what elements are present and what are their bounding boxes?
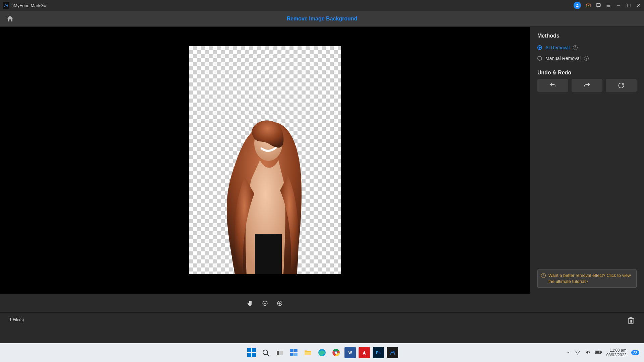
help-icon[interactable]: ? [584, 56, 589, 61]
file-section: 1 File(s) [0, 312, 644, 343]
header-bar: Remove Image Background [0, 11, 644, 27]
home-icon[interactable] [6, 15, 14, 23]
svg-rect-26 [290, 353, 293, 356]
svg-rect-25 [294, 349, 298, 352]
menu-icon[interactable] [606, 3, 611, 8]
taskbar-chrome-icon[interactable] [330, 347, 342, 358]
app-title: iMyFone MarkGo [13, 3, 46, 8]
radio-label: AI Removal [545, 45, 570, 50]
radio-ai-removal[interactable]: AI Removal ? [537, 45, 637, 50]
taskbar-date: 08/02/2022 [606, 353, 627, 357]
taskbar-explorer-icon[interactable] [302, 347, 314, 358]
page-title: Remove Image Background [287, 16, 358, 22]
svg-rect-7 [627, 4, 630, 7]
svg-rect-37 [601, 352, 601, 353]
taskbar-clock[interactable]: 11:03 am 08/02/2022 [606, 348, 627, 358]
radio-label: Manual Removal [545, 56, 581, 61]
undo-redo-heading: Undo & Redo [537, 70, 637, 76]
svg-rect-11 [255, 234, 282, 274]
taskbar-wifi-icon[interactable] [575, 350, 580, 356]
radio-icon [537, 56, 542, 61]
svg-point-20 [263, 350, 268, 355]
taskbar-battery-icon[interactable] [595, 350, 602, 356]
taskbar-start-icon[interactable] [246, 347, 257, 358]
canvas-tools [0, 294, 530, 312]
app-logo-icon [3, 2, 9, 9]
info-icon: ! [541, 273, 546, 278]
side-panel: Methods AI Removal ? Manual Removal ? Un… [530, 27, 644, 294]
taskbar-word-icon[interactable]: W [344, 347, 356, 358]
subject-silhouette [189, 93, 341, 274]
svg-point-33 [577, 354, 578, 354]
taskbar-time: 11:03 am [606, 348, 627, 353]
taskbar-edge-icon[interactable] [316, 347, 328, 358]
help-icon[interactable]: ? [573, 45, 578, 50]
svg-rect-28 [305, 352, 311, 355]
zoom-in-icon[interactable] [276, 300, 283, 307]
taskbar-taskview-icon[interactable] [274, 347, 285, 358]
svg-line-21 [267, 354, 269, 356]
svg-point-32 [335, 352, 337, 354]
methods-heading: Methods [537, 33, 637, 39]
svg-rect-23 [280, 351, 283, 355]
svg-rect-22 [277, 351, 279, 355]
windows-taskbar: W Ps 11:03 am 08/02/2022 23 [0, 343, 644, 362]
svg-rect-27 [294, 353, 298, 356]
tutorial-text: Want a better removal effect? Click to v… [548, 273, 633, 285]
reset-button[interactable] [606, 79, 637, 92]
file-count-label: 1 File(s) [9, 317, 24, 322]
close-icon[interactable] [636, 3, 641, 8]
trash-icon[interactable] [627, 316, 635, 326]
image-preview[interactable] [189, 46, 341, 274]
mail-icon[interactable] [586, 3, 591, 8]
zoom-out-icon[interactable] [262, 300, 268, 307]
hand-tool-icon[interactable] [247, 300, 254, 307]
taskbar-acrobat-icon[interactable] [359, 347, 370, 358]
titlebar: iMyFone MarkGo [0, 0, 644, 11]
canvas-viewport[interactable] [3, 30, 527, 290]
user-account-icon[interactable] [574, 2, 581, 9]
taskbar-chevron-up-icon[interactable] [566, 350, 570, 356]
taskbar-volume-icon[interactable] [585, 350, 590, 356]
undo-button[interactable] [537, 79, 568, 92]
maximize-icon[interactable] [626, 3, 631, 8]
chat-icon[interactable] [596, 3, 601, 8]
redo-button[interactable] [572, 79, 602, 92]
radio-icon [537, 45, 542, 50]
taskbar-markgo-icon[interactable] [387, 347, 398, 358]
taskbar-widgets-icon[interactable] [288, 347, 300, 358]
canvas-area [0, 27, 530, 294]
taskbar-photoshop-icon[interactable]: Ps [373, 347, 384, 358]
svg-rect-38 [596, 351, 599, 353]
svg-rect-24 [290, 349, 293, 352]
svg-rect-17 [629, 319, 633, 324]
minimize-icon[interactable] [616, 3, 621, 8]
taskbar-notification-badge[interactable]: 23 [631, 350, 639, 355]
svg-rect-2 [596, 4, 600, 7]
radio-manual-removal[interactable]: Manual Removal ? [537, 56, 637, 61]
svg-point-0 [577, 4, 578, 5]
taskbar-search-icon[interactable] [260, 347, 271, 358]
tutorial-banner[interactable]: ! Want a better removal effect? Click to… [537, 269, 637, 288]
